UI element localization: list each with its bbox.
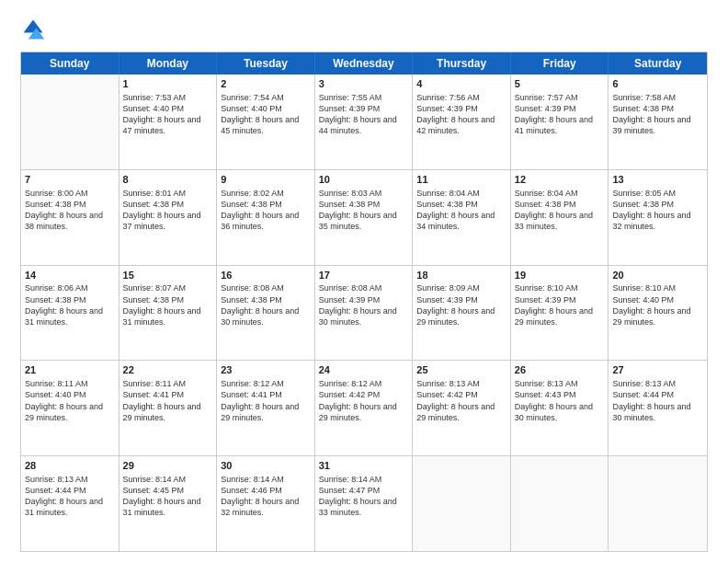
day-number: 29 xyxy=(123,459,213,473)
day-number: 6 xyxy=(612,77,703,91)
day-number: 2 xyxy=(221,77,311,91)
calendar-cell: 28Sunrise: 8:13 AMSunset: 4:44 PMDayligh… xyxy=(21,456,119,551)
sunrise-text: Sunrise: 8:02 AM xyxy=(221,188,311,199)
calendar-cell: 9Sunrise: 8:02 AMSunset: 4:38 PMDaylight… xyxy=(217,170,315,265)
daylight-text-2: 47 minutes. xyxy=(123,125,213,136)
sunset-text: Sunset: 4:40 PM xyxy=(25,389,115,400)
daylight-text-2: 30 minutes. xyxy=(612,412,703,423)
sunset-text: Sunset: 4:44 PM xyxy=(612,389,703,400)
daylight-text-2: 30 minutes. xyxy=(221,316,311,327)
daylight-text-2: 29 minutes. xyxy=(123,412,213,423)
sunrise-text: Sunrise: 8:14 AM xyxy=(123,474,213,485)
sunrise-text: Sunrise: 7:56 AM xyxy=(416,92,506,103)
sunset-text: Sunset: 4:41 PM xyxy=(221,389,311,400)
sunset-text: Sunset: 4:38 PM xyxy=(221,294,311,305)
sunrise-text: Sunrise: 8:14 AM xyxy=(221,474,311,485)
calendar-cell: 19Sunrise: 8:10 AMSunset: 4:39 PMDayligh… xyxy=(511,266,609,361)
day-number: 30 xyxy=(221,459,311,473)
day-number: 14 xyxy=(25,269,115,282)
sunrise-text: Sunrise: 8:13 AM xyxy=(25,474,115,485)
calendar-row-0: 1Sunrise: 7:53 AMSunset: 4:40 PMDaylight… xyxy=(21,75,707,169)
daylight-text-1: Daylight: 8 hours and xyxy=(612,305,703,316)
calendar-row-1: 7Sunrise: 8:00 AMSunset: 4:38 PMDaylight… xyxy=(21,169,707,265)
calendar-body: 1Sunrise: 7:53 AMSunset: 4:40 PMDaylight… xyxy=(21,75,707,551)
sunset-text: Sunset: 4:38 PM xyxy=(515,199,605,210)
day-number: 12 xyxy=(515,173,605,187)
sunrise-text: Sunrise: 8:06 AM xyxy=(25,282,115,293)
sunrise-text: Sunrise: 8:12 AM xyxy=(319,378,409,389)
day-number: 13 xyxy=(612,173,703,187)
sunset-text: Sunset: 4:39 PM xyxy=(515,294,605,305)
sunrise-text: Sunrise: 8:13 AM xyxy=(416,378,506,389)
sunrise-text: Sunrise: 7:55 AM xyxy=(319,92,409,103)
sunset-text: Sunset: 4:38 PM xyxy=(319,199,409,210)
sunrise-text: Sunrise: 8:04 AM xyxy=(416,188,506,199)
calendar-cell xyxy=(511,456,609,551)
sunset-text: Sunset: 4:39 PM xyxy=(319,103,409,114)
sunset-text: Sunset: 4:47 PM xyxy=(319,485,409,496)
sunrise-text: Sunrise: 8:14 AM xyxy=(319,474,409,485)
sunset-text: Sunset: 4:40 PM xyxy=(221,103,311,114)
day-number: 11 xyxy=(416,173,506,187)
calendar-row-3: 21Sunrise: 8:11 AMSunset: 4:40 PMDayligh… xyxy=(21,360,707,455)
calendar: SundayMondayTuesdayWednesdayThursdayFrid… xyxy=(20,52,708,552)
day-number: 22 xyxy=(123,363,213,377)
daylight-text-1: Daylight: 8 hours and xyxy=(221,210,311,221)
sunrise-text: Sunrise: 8:07 AM xyxy=(123,282,213,293)
daylight-text-1: Daylight: 8 hours and xyxy=(612,210,703,221)
sunrise-text: Sunrise: 7:58 AM xyxy=(612,92,703,103)
daylight-text-2: 29 minutes. xyxy=(25,412,115,423)
calendar-cell: 11Sunrise: 8:04 AMSunset: 4:38 PMDayligh… xyxy=(413,170,511,265)
calendar-cell: 25Sunrise: 8:13 AMSunset: 4:42 PMDayligh… xyxy=(413,361,511,455)
calendar-cell: 30Sunrise: 8:14 AMSunset: 4:46 PMDayligh… xyxy=(217,456,315,551)
daylight-text-1: Daylight: 8 hours and xyxy=(123,496,213,507)
daylight-text-2: 31 minutes. xyxy=(25,507,115,518)
svg-marker-0 xyxy=(24,20,43,33)
daylight-text-1: Daylight: 8 hours and xyxy=(612,114,703,125)
daylight-text-1: Daylight: 8 hours and xyxy=(221,114,311,125)
daylight-text-2: 29 minutes. xyxy=(612,316,703,327)
day-number: 8 xyxy=(123,173,213,187)
calendar-row-2: 14Sunrise: 8:06 AMSunset: 4:38 PMDayligh… xyxy=(21,265,707,361)
sunrise-text: Sunrise: 7:54 AM xyxy=(221,92,311,103)
daylight-text-1: Daylight: 8 hours and xyxy=(319,305,409,316)
sunset-text: Sunset: 4:38 PM xyxy=(25,294,115,305)
page: SundayMondayTuesdayWednesdayThursdayFrid… xyxy=(0,0,728,563)
daylight-text-2: 39 minutes. xyxy=(612,125,703,136)
daylight-text-2: 30 minutes. xyxy=(319,316,409,327)
calendar-cell: 27Sunrise: 8:13 AMSunset: 4:44 PMDayligh… xyxy=(609,361,707,455)
sunrise-text: Sunrise: 8:09 AM xyxy=(416,282,506,293)
daylight-text-2: 38 minutes. xyxy=(25,221,115,232)
calendar-row-4: 28Sunrise: 8:13 AMSunset: 4:44 PMDayligh… xyxy=(21,455,707,551)
sunrise-text: Sunrise: 8:03 AM xyxy=(319,188,409,199)
sunrise-text: Sunrise: 8:11 AM xyxy=(123,378,213,389)
sunset-text: Sunset: 4:39 PM xyxy=(515,103,605,114)
day-number: 26 xyxy=(515,363,605,377)
day-number: 9 xyxy=(221,173,311,187)
day-number: 7 xyxy=(25,173,115,187)
day-number: 1 xyxy=(123,77,213,91)
sunset-text: Sunset: 4:41 PM xyxy=(123,389,213,400)
calendar-cell: 4Sunrise: 7:56 AMSunset: 4:39 PMDaylight… xyxy=(413,75,511,169)
calendar-cell: 6Sunrise: 7:58 AMSunset: 4:38 PMDaylight… xyxy=(609,75,707,169)
daylight-text-2: 29 minutes. xyxy=(221,412,311,423)
header-day-friday: Friday xyxy=(511,52,609,75)
day-number: 3 xyxy=(319,77,409,91)
day-number: 16 xyxy=(221,269,311,282)
daylight-text-1: Daylight: 8 hours and xyxy=(319,114,409,125)
daylight-text-1: Daylight: 8 hours and xyxy=(515,401,605,412)
sunset-text: Sunset: 4:43 PM xyxy=(515,389,605,400)
calendar-cell: 2Sunrise: 7:54 AMSunset: 4:40 PMDaylight… xyxy=(217,75,315,169)
calendar-cell: 10Sunrise: 8:03 AMSunset: 4:38 PMDayligh… xyxy=(315,170,414,265)
daylight-text-2: 29 minutes. xyxy=(416,412,506,423)
sunset-text: Sunset: 4:46 PM xyxy=(221,485,311,496)
sunset-text: Sunset: 4:39 PM xyxy=(416,294,506,305)
day-number: 31 xyxy=(319,459,409,473)
sunset-text: Sunset: 4:42 PM xyxy=(416,389,506,400)
daylight-text-2: 30 minutes. xyxy=(515,412,605,423)
daylight-text-2: 31 minutes. xyxy=(25,316,115,327)
day-number: 15 xyxy=(123,269,213,282)
sunrise-text: Sunrise: 8:13 AM xyxy=(515,378,605,389)
calendar-cell: 22Sunrise: 8:11 AMSunset: 4:41 PMDayligh… xyxy=(119,361,218,455)
header-day-thursday: Thursday xyxy=(413,52,511,75)
